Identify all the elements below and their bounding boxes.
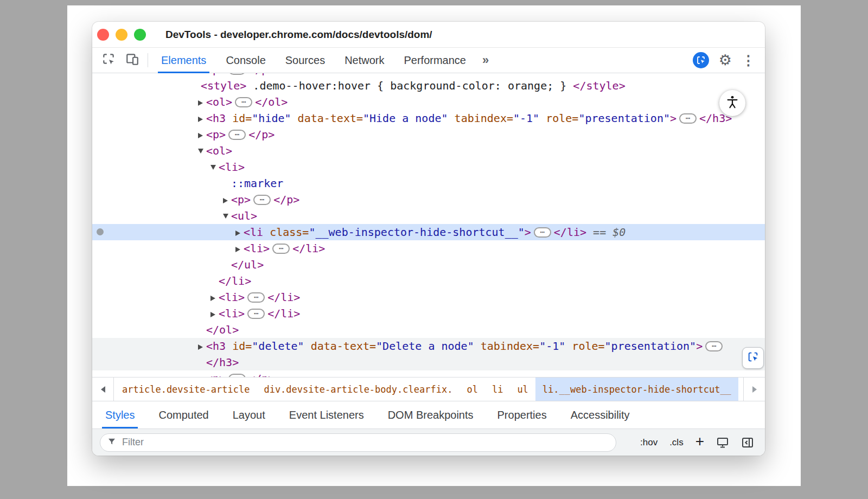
dom-tree-row[interactable]: <li>	[92, 159, 765, 175]
zoom-window-button[interactable]	[134, 29, 146, 41]
dom-tree-row[interactable]: <p>⋯</p>	[92, 370, 765, 377]
toolbar-divider	[148, 53, 148, 67]
code-token-tag: </style>	[573, 79, 625, 92]
more-tabs-button[interactable]: »	[476, 48, 495, 73]
inline-expand-button[interactable]: ⋯	[272, 244, 290, 254]
collapse-arrow-icon[interactable]	[210, 159, 219, 175]
inline-expand-button[interactable]: ⋯	[705, 341, 723, 351]
breadcrumb-item[interactable]: li.__web-inspector-hide-shortcut__	[535, 378, 738, 401]
collapse-arrow-icon[interactable]	[198, 143, 206, 159]
dom-tree-row[interactable]: </ul>	[92, 257, 765, 273]
breadcrumb-item[interactable]: div.devsite-article-body.clearfix.	[257, 378, 459, 401]
dom-tree-row[interactable]: </li>	[92, 273, 765, 289]
cast-inspect-icon[interactable]	[693, 52, 709, 68]
tab-elements[interactable]: Elements	[151, 48, 216, 73]
code-token-attr: data-text=	[304, 340, 376, 353]
inline-expand-button[interactable]: ⋯	[235, 97, 252, 107]
expand-arrow-icon[interactable]	[235, 224, 244, 240]
tab-console[interactable]: Console	[216, 48, 275, 73]
sidebar-tab-computed[interactable]: Computed	[146, 401, 220, 428]
tab-sources[interactable]: Sources	[276, 48, 335, 73]
code-token-tag: <li>	[219, 161, 245, 174]
settings-gear-icon[interactable]: ⚙	[719, 53, 732, 68]
sidebar-tab-event-listeners[interactable]: Event Listeners	[277, 401, 376, 428]
toolbar-tabs: ElementsConsoleSourcesNetworkPerformance	[151, 48, 476, 73]
breadcrumb-item[interactable]: article.devsite-article	[115, 378, 257, 401]
accessibility-overlay-button[interactable]	[719, 90, 745, 116]
dom-tree-row[interactable]: <li>⋯</li>	[92, 289, 765, 305]
inline-expand-button[interactable]: ⋯	[247, 309, 265, 319]
sidebar-tab-dom-breakpoints[interactable]: DOM Breakpoints	[376, 401, 486, 428]
devtools-toolbar: ElementsConsoleSourcesNetworkPerformance…	[92, 48, 765, 73]
dom-tree-row[interactable]: </ol>	[92, 322, 765, 338]
code-token-attr: data-text=	[291, 112, 363, 125]
inline-expand-button[interactable]: ⋯	[228, 374, 246, 377]
rendering-emulation-icon[interactable]	[716, 436, 729, 449]
dom-tree-row[interactable]: <style> .demo--hover:hover { background-…	[92, 78, 765, 94]
code-token-tag: >	[670, 112, 676, 125]
dom-tree-row[interactable]: <h3 id="delete" data-text="Delete a node…	[92, 338, 765, 354]
dom-tree-row[interactable]: <ul>	[92, 208, 765, 224]
expand-arrow-icon[interactable]	[198, 338, 206, 354]
inline-expand-button[interactable]: ⋯	[228, 73, 246, 75]
expand-arrow-icon[interactable]	[198, 126, 206, 143]
code-token-tag: <li	[244, 226, 263, 239]
filter-input[interactable]	[121, 436, 609, 449]
toggle-classes-button[interactable]: .cls	[669, 437, 684, 448]
breadcrumb-item[interactable]: li	[485, 378, 510, 401]
sidebar-tab-properties[interactable]: Properties	[486, 401, 559, 428]
breadcrumb-scroll-left-button[interactable]	[92, 378, 114, 401]
sidebar-tab-accessibility[interactable]: Accessibility	[559, 401, 642, 428]
device-toolbar-button[interactable]	[120, 48, 144, 73]
code-token-attr: id=	[226, 340, 252, 353]
close-window-button[interactable]	[97, 29, 109, 41]
dom-tree-row[interactable]: <ol>⋯</ol>	[92, 94, 765, 110]
expand-arrow-icon[interactable]	[198, 94, 206, 110]
code-token-val: "__web-inspector-hide-shortcut__"	[309, 226, 524, 239]
inline-expand-button[interactable]: ⋯	[679, 113, 697, 124]
expand-arrow-icon[interactable]	[235, 240, 244, 257]
code-token-val: "presentation"	[605, 340, 697, 353]
expand-arrow-icon[interactable]	[210, 289, 219, 305]
inspect-overlay-icon	[747, 351, 759, 365]
inline-expand-button[interactable]: ⋯	[228, 130, 246, 140]
code-token-tag: <h3	[206, 340, 226, 353]
new-style-rule-button[interactable]: +	[695, 434, 704, 449]
tab-network[interactable]: Network	[335, 48, 394, 73]
dom-tree-row[interactable]: <h3 id="hide" data-text="Hide a node" ta…	[92, 110, 765, 126]
expand-arrow-icon[interactable]	[198, 73, 206, 78]
sidebar-tab-styles[interactable]: Styles	[93, 401, 146, 428]
inline-expand-button[interactable]: ⋯	[534, 227, 551, 238]
dom-tree-row[interactable]: <li class="__web-inspector-hide-shortcut…	[92, 224, 765, 240]
tab-performance[interactable]: Performance	[394, 48, 476, 73]
breadcrumb-scroll-right-button[interactable]	[743, 378, 765, 401]
expand-arrow-icon[interactable]	[198, 370, 206, 377]
code-token-attr: tabindex=	[448, 112, 513, 125]
dom-tree-row[interactable]: <ol>	[92, 143, 765, 159]
expand-arrow-icon[interactable]	[223, 191, 231, 208]
inspect-overlay-button[interactable]	[742, 347, 764, 369]
dom-tree-row[interactable]: <p>⋯</p>	[92, 126, 765, 143]
minimize-window-button[interactable]	[116, 29, 127, 41]
dom-tree-row[interactable]: <p>⋯</p>	[92, 191, 765, 208]
code-token-val: "-1"	[539, 340, 565, 353]
dom-tree-row[interactable]: ::marker	[92, 175, 765, 191]
breadcrumb-item[interactable]: ul	[510, 378, 535, 401]
kebab-menu-icon[interactable]: ⋮	[742, 54, 755, 67]
code-token-attr: role=	[539, 112, 578, 125]
dom-tree-row[interactable]: </h3>	[92, 354, 765, 370]
inline-expand-button[interactable]: ⋯	[253, 195, 271, 205]
filter-box[interactable]	[100, 433, 616, 452]
toggle-hover-state-button[interactable]: :hov	[640, 437, 658, 448]
dom-tree-row[interactable]: <li>⋯</li>	[92, 240, 765, 257]
collapse-arrow-icon[interactable]	[223, 208, 231, 224]
expand-arrow-icon[interactable]	[210, 305, 219, 322]
inspect-element-button[interactable]	[97, 48, 120, 73]
expand-arrow-icon[interactable]	[198, 110, 206, 126]
inline-expand-button[interactable]: ⋯	[247, 292, 265, 303]
dom-tree-row[interactable]: <li>⋯</li>	[92, 305, 765, 322]
toggle-sidebar-icon[interactable]	[741, 436, 754, 449]
dom-tree-row[interactable]: <p>⋯</p>	[92, 73, 765, 78]
breadcrumb-item[interactable]: ol	[459, 378, 484, 401]
sidebar-tab-layout[interactable]: Layout	[221, 401, 277, 428]
